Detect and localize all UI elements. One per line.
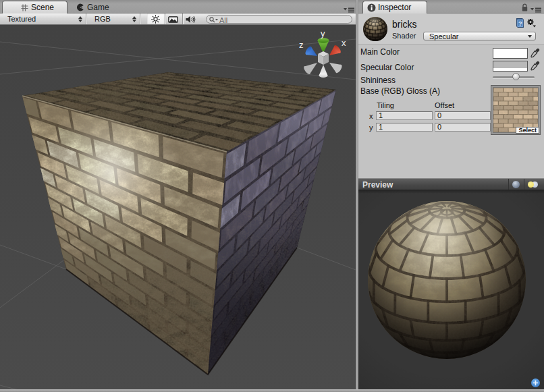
svg-text:y: y: [321, 28, 325, 38]
svg-text:x: x: [342, 38, 346, 48]
svg-text:?: ?: [518, 20, 522, 27]
svg-text:z: z: [299, 40, 304, 50]
